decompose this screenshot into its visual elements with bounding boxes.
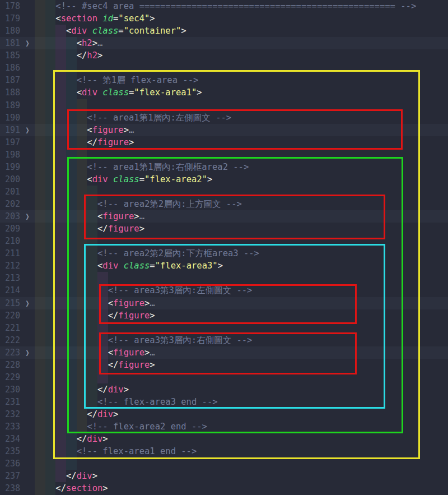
code-line-content[interactable]: <figure>… bbox=[35, 210, 144, 223]
line-number[interactable]: 212 bbox=[0, 260, 20, 272]
code-line[interactable]: 198 bbox=[0, 149, 448, 161]
code-line[interactable]: 213 bbox=[0, 272, 448, 284]
code-line[interactable]: 214 <!-- area3第3層內:左側圖文 --> bbox=[0, 284, 448, 297]
line-number[interactable]: 222 bbox=[0, 334, 20, 346]
code-line[interactable]: 220 </figure> bbox=[0, 309, 448, 322]
code-line[interactable]: 223❯ <figure>… bbox=[0, 346, 448, 359]
code-line[interactable]: 236 bbox=[0, 457, 448, 470]
line-number[interactable]: 187 bbox=[0, 74, 20, 86]
code-line[interactable]: 189 bbox=[0, 99, 448, 112]
line-number[interactable]: 201 bbox=[0, 186, 20, 198]
line-number[interactable]: 179 bbox=[0, 12, 20, 25]
code-line[interactable]: 187 <!-- 第1層 flex-area --> bbox=[0, 74, 448, 86]
code-line-content[interactable]: </figure> bbox=[35, 309, 155, 322]
code-line-content[interactable]: <!-- area2第2層內:上方圖文 --> bbox=[35, 198, 242, 210]
line-number[interactable]: 221 bbox=[0, 322, 20, 334]
line-number[interactable]: 235 bbox=[0, 445, 20, 457]
code-line[interactable]: 202 <!-- area2第2層內:上方圖文 --> bbox=[0, 198, 448, 210]
line-number[interactable]: 189 bbox=[0, 99, 20, 112]
line-number[interactable]: 213 bbox=[0, 272, 20, 284]
line-number[interactable]: 210 bbox=[0, 235, 20, 247]
code-line-content[interactable]: <!-- flex-area2 end --> bbox=[35, 420, 207, 433]
line-number[interactable]: 232 bbox=[0, 408, 20, 420]
line-number[interactable]: 186 bbox=[0, 62, 20, 74]
code-line-content[interactable]: <figure>… bbox=[35, 346, 155, 359]
line-number[interactable]: 178 bbox=[0, 0, 20, 12]
code-line[interactable]: 199 <!-- area1第1層內:右側框area2 --> bbox=[0, 161, 448, 173]
line-number[interactable]: 233 bbox=[0, 420, 20, 433]
code-line[interactable]: 237 </div> bbox=[0, 470, 448, 482]
code-line-content[interactable]: <figure>… bbox=[35, 297, 155, 309]
line-number[interactable]: 228 bbox=[0, 359, 20, 371]
line-number[interactable]: 209 bbox=[0, 223, 20, 235]
code-line-content[interactable]: <!-- flex-area1 end --> bbox=[35, 445, 197, 457]
code-line-content[interactable]: </div> bbox=[35, 408, 118, 420]
code-line-content[interactable]: <div class="flex-area2"> bbox=[35, 173, 212, 186]
fold-chevron-icon[interactable]: ❯ bbox=[20, 209, 35, 224]
code-line[interactable]: 178 <!-- #sec4 area ====================… bbox=[0, 0, 448, 12]
fold-chevron-icon[interactable]: ❯ bbox=[20, 295, 35, 311]
code-line[interactable]: 191❯ <figure>… bbox=[0, 124, 448, 136]
line-number[interactable]: 198 bbox=[0, 149, 20, 161]
code-line[interactable]: 234 </div> bbox=[0, 433, 448, 445]
line-number[interactable]: 214 bbox=[0, 284, 20, 297]
code-line-content[interactable]: <!-- flex-area3 end --> bbox=[35, 396, 218, 408]
code-line[interactable]: 180 <div class="container"> bbox=[0, 25, 448, 37]
code-line-content[interactable]: </figure> bbox=[35, 359, 155, 371]
line-number[interactable]: 211 bbox=[0, 247, 20, 260]
code-line-content[interactable]: <div class="flex-area3"> bbox=[35, 260, 223, 272]
line-number[interactable]: 203 bbox=[0, 210, 20, 223]
code-line[interactable]: 201 bbox=[0, 186, 448, 198]
line-number[interactable]: 185 bbox=[0, 49, 20, 62]
code-line[interactable]: 222 <!-- area3第3層內:右側圖文 --> bbox=[0, 334, 448, 346]
code-line[interactable]: 238 </section> bbox=[0, 482, 448, 494]
code-line[interactable]: 185 </h2> bbox=[0, 49, 448, 62]
line-number[interactable]: 188 bbox=[0, 86, 20, 99]
code-line[interactable]: 209 </figure> bbox=[0, 223, 448, 235]
code-line[interactable]: 212 <div class="flex-area3"> bbox=[0, 260, 448, 272]
code-line[interactable]: 190 <!-- area1第1層內:左側圖文 --> bbox=[0, 112, 448, 124]
line-number[interactable]: 190 bbox=[0, 112, 20, 124]
code-line-content[interactable]: <h2>… bbox=[35, 37, 102, 49]
code-line[interactable]: 231 <!-- flex-area3 end --> bbox=[0, 396, 448, 408]
code-line-content[interactable]: <!-- area1第1層內:左側圖文 --> bbox=[35, 112, 231, 124]
line-number[interactable]: 229 bbox=[0, 371, 20, 383]
code-line-content[interactable]: <!-- area3第3層內:左側圖文 --> bbox=[35, 284, 252, 297]
code-line-content[interactable]: <section id="sec4"> bbox=[35, 12, 155, 25]
code-line[interactable]: 229 bbox=[0, 371, 448, 383]
line-number[interactable]: 191 bbox=[0, 124, 20, 136]
code-line-content[interactable]: </section> bbox=[35, 482, 108, 494]
code-line[interactable]: 200 <div class="flex-area2"> bbox=[0, 173, 448, 186]
line-number[interactable]: 215 bbox=[0, 297, 20, 309]
line-number[interactable]: 199 bbox=[0, 161, 20, 173]
line-number[interactable]: 197 bbox=[0, 136, 20, 149]
line-number[interactable]: 230 bbox=[0, 383, 20, 396]
code-line-content[interactable]: </h2> bbox=[35, 49, 102, 62]
line-number[interactable]: 180 bbox=[0, 25, 20, 37]
code-line-content[interactable]: <!-- area1第1層內:右側框area2 --> bbox=[35, 161, 249, 173]
code-line[interactable]: 188 <div class="flex-area1"> bbox=[0, 86, 448, 99]
code-line[interactable]: 203❯ <figure>… bbox=[0, 210, 448, 223]
fold-chevron-icon[interactable]: ❯ bbox=[20, 122, 35, 138]
line-number[interactable]: 181 bbox=[0, 37, 20, 49]
line-number[interactable]: 223 bbox=[0, 346, 20, 359]
code-line[interactable]: 232 </div> bbox=[0, 408, 448, 420]
line-number[interactable]: 234 bbox=[0, 433, 20, 445]
code-line-content[interactable]: </div> bbox=[35, 433, 108, 445]
code-line[interactable]: 210 bbox=[0, 235, 448, 247]
code-line-content[interactable]: <!-- area3第3層內:右側圖文 --> bbox=[35, 334, 252, 346]
code-line[interactable]: 215❯ <figure>… bbox=[0, 297, 448, 309]
code-line-content[interactable]: <div class="flex-area1"> bbox=[35, 86, 202, 99]
line-number[interactable]: 231 bbox=[0, 396, 20, 408]
code-line[interactable]: 235 <!-- flex-area1 end --> bbox=[0, 445, 448, 457]
code-line[interactable]: 221 bbox=[0, 322, 448, 334]
code-line-content[interactable]: <figure>… bbox=[35, 124, 134, 136]
line-number[interactable]: 236 bbox=[0, 457, 20, 470]
code-line-content[interactable]: <!-- 第1層 flex-area --> bbox=[35, 74, 198, 86]
code-line[interactable]: 230 </div> bbox=[0, 383, 448, 396]
code-line-content[interactable]: </figure> bbox=[35, 136, 134, 149]
line-number[interactable]: 238 bbox=[0, 482, 20, 494]
code-line-content[interactable]: </figure> bbox=[35, 223, 144, 235]
code-line-content[interactable]: <div class="container"> bbox=[35, 25, 186, 37]
line-number[interactable]: 200 bbox=[0, 173, 20, 186]
